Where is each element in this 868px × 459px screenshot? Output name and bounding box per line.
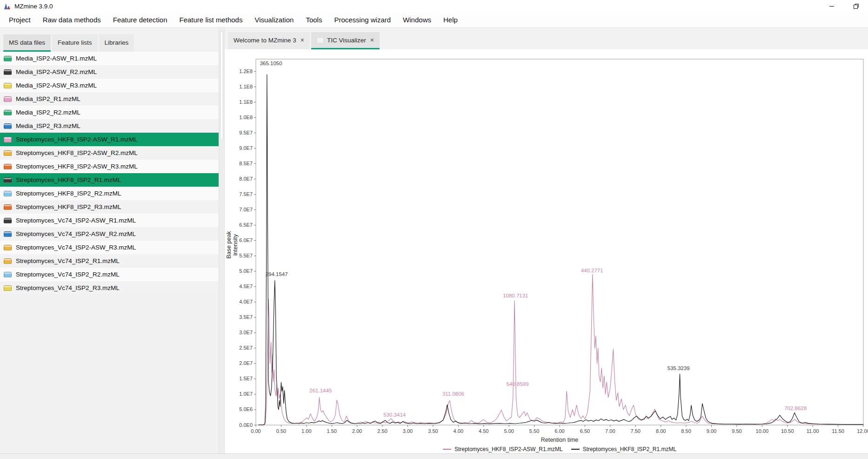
file-row[interactable]: Streptomyces_Vc74_ISP2_R3.mzML xyxy=(0,281,219,295)
file-row[interactable]: Media_ISP2-ASW_R1.mzML xyxy=(0,52,219,65)
file-name: Media_ISP2-ASW_R3.mzML xyxy=(16,82,97,89)
y-tick-label: 1.0E7 xyxy=(239,391,253,397)
tab-libraries[interactable]: Libraries xyxy=(99,34,134,52)
y-tick-label: 6.5E7 xyxy=(239,222,253,228)
y-tick-label: 1.2E8 xyxy=(239,68,253,74)
x-tick-label: 1.50 xyxy=(327,428,337,434)
y-tick-label: 5.5E7 xyxy=(239,253,253,258)
close-icon[interactable]: × xyxy=(300,37,304,43)
x-tick-label: 10.50 xyxy=(781,428,794,434)
peak-label: 294.1547 xyxy=(266,271,288,277)
raw-file-icon xyxy=(4,150,12,156)
restore-button[interactable] xyxy=(844,0,868,12)
y-tick-label: 2.5E7 xyxy=(239,345,253,351)
file-name: Media_ISP2-ASW_R2.mzML xyxy=(16,68,97,75)
left-tab-strip: MS data filesFeature listsLibraries xyxy=(0,27,219,52)
menu-item-help[interactable]: Help xyxy=(437,12,464,27)
file-name: Media_ISP2_R1.mzML xyxy=(16,95,80,102)
y-tick-label: 2.0E7 xyxy=(239,360,253,366)
file-row[interactable]: Streptomyces_Vc74_ISP2_R1.mzML xyxy=(0,254,219,268)
legend-label: Streptomyces_HKF8_ISP2-ASW_R1.mzML xyxy=(454,446,563,452)
y-axis-title: Base peak intensity xyxy=(226,222,239,268)
chart-icon xyxy=(317,37,324,43)
x-tick-label: 7.50 xyxy=(631,428,641,434)
chart-plot-area[interactable]: 0.000.501.001.502.002.503.003.504.004.50… xyxy=(225,49,868,453)
panel-splitter[interactable] xyxy=(219,27,225,453)
raw-file-icon xyxy=(4,56,12,61)
file-name: Streptomyces_HKF8_ISP2-ASW_R2.mzML xyxy=(16,149,138,156)
peak-label: 365.1050 xyxy=(260,61,282,66)
x-tick-label: 6.50 xyxy=(580,428,590,434)
minimize-button[interactable] xyxy=(820,0,844,12)
scrollbar-thumb[interactable] xyxy=(220,31,223,141)
file-name: Streptomyces_Vc74_ISP2_R1.mzML xyxy=(16,257,120,264)
peak-label: 702.8628 xyxy=(784,405,807,411)
file-row[interactable]: Streptomyces_Vc74_ISP2-ASW_R2.mzML xyxy=(0,227,219,241)
x-tick-label: 3.00 xyxy=(403,428,413,434)
menu-item-feature-list-methods[interactable]: Feature list methods xyxy=(174,12,249,27)
file-name: Media_ISP2_R3.mzML xyxy=(16,122,80,129)
tab-ms-data-files[interactable]: MS data files xyxy=(3,34,51,52)
file-row[interactable]: Streptomyces_HKF8_ISP2-ASW_R1.mzML xyxy=(0,133,219,146)
raw-file-icon xyxy=(4,285,12,291)
x-tick-label: 0.50 xyxy=(276,428,286,434)
mzmine-logo-icon xyxy=(4,2,11,10)
file-name: Streptomyces_HKF8_ISP2-ASW_R3.mzML xyxy=(16,163,138,170)
file-row[interactable]: Streptomyces_Vc74_ISP2_R2.mzML xyxy=(0,268,219,281)
x-tick-label: 11.00 xyxy=(807,428,819,434)
raw-file-icon xyxy=(4,231,12,237)
peak-label: 530.3414 xyxy=(383,412,406,418)
raw-file-icon xyxy=(4,191,12,196)
y-tick-label: 0.0E0 xyxy=(239,422,253,428)
x-tick-label: 9.50 xyxy=(732,428,741,434)
window-title: MZmine 3.9.0 xyxy=(14,3,53,10)
file-row[interactable]: Media_ISP2-ASW_R2.mzML xyxy=(0,65,219,79)
status-bar xyxy=(0,453,868,459)
file-row[interactable]: Streptomyces_HKF8_ISP2_R2.mzML xyxy=(0,187,219,200)
tic-chart: 0.000.501.001.502.002.503.003.504.004.50… xyxy=(225,49,868,453)
tab-tic-visualizer[interactable]: TIC Visualizer× xyxy=(311,32,380,49)
x-tick-label: 3.50 xyxy=(428,428,438,434)
y-tick-label: 6.0E7 xyxy=(239,237,253,243)
y-tick-label: 5.0E7 xyxy=(239,268,253,274)
file-row[interactable]: Streptomyces_Vc74_ISP2-ASW_R3.mzML xyxy=(0,241,219,254)
y-tick-label: 1.5E7 xyxy=(239,376,253,381)
file-name: Streptomyces_HKF8_ISP2_R2.mzML xyxy=(16,190,121,197)
file-row[interactable]: Streptomyces_HKF8_ISP2_R1.mzML xyxy=(0,173,219,187)
x-tick-label: 8.00 xyxy=(656,428,666,434)
file-row[interactable]: Streptomyces_HKF8_ISP2-ASW_R2.mzML xyxy=(0,146,219,160)
file-name: Streptomyces_Vc74_ISP2-ASW_R2.mzML xyxy=(16,230,136,237)
x-tick-label: 2.00 xyxy=(352,428,362,434)
tab-welcome-to-mzmine-3[interactable]: Welcome to MZmine 3× xyxy=(228,32,310,49)
y-tick-label: 7.5E7 xyxy=(239,191,253,197)
title-bar: MZmine 3.9.0 xyxy=(0,0,868,12)
x-tick-label: 0.00 xyxy=(251,428,260,434)
menu-item-raw-data-methods[interactable]: Raw data methods xyxy=(37,12,107,27)
peak-label: 535.3239 xyxy=(668,365,690,371)
file-row[interactable]: Media_ISP2_R2.mzML xyxy=(0,106,219,119)
tab-feature-lists[interactable]: Feature lists xyxy=(52,34,98,52)
content-area: MS data filesFeature listsLibraries Medi… xyxy=(0,27,868,453)
file-row[interactable]: Media_ISP2-ASW_R3.mzML xyxy=(0,79,219,92)
file-row[interactable]: Streptomyces_HKF8_ISP2_R3.mzML xyxy=(0,200,219,214)
tab-label: Welcome to MZmine 3 xyxy=(234,37,296,44)
file-row[interactable]: Streptomyces_HKF8_ISP2-ASW_R3.mzML xyxy=(0,160,219,173)
menu-item-feature-detection[interactable]: Feature detection xyxy=(107,12,174,27)
file-name: Streptomyces_Vc74_ISP2_R3.mzML xyxy=(16,284,120,291)
menu-item-visualization[interactable]: Visualization xyxy=(248,12,300,27)
tic-chart-svg[interactable]: 0.000.501.001.502.002.503.003.504.004.50… xyxy=(225,49,868,452)
file-name: Media_ISP2_R2.mzML xyxy=(16,109,80,116)
x-tick-label: 1.00 xyxy=(301,428,311,434)
close-icon[interactable]: × xyxy=(370,37,374,43)
menu-item-processing-wizard[interactable]: Processing wizard xyxy=(328,12,397,27)
raw-file-icon xyxy=(4,258,12,264)
x-axis-title: Retention time xyxy=(256,437,863,443)
tab-label: TIC Visualizer xyxy=(327,37,366,44)
menu-item-windows[interactable]: Windows xyxy=(397,12,437,27)
file-row[interactable]: Media_ISP2_R1.mzML xyxy=(0,92,219,106)
file-row[interactable]: Media_ISP2_R3.mzML xyxy=(0,119,219,133)
file-name: Media_ISP2-ASW_R1.mzML xyxy=(16,55,97,62)
menu-item-project[interactable]: Project xyxy=(3,12,37,27)
menu-item-tools[interactable]: Tools xyxy=(300,12,328,27)
file-row[interactable]: Streptomyces_Vc74_ISP2-ASW_R1.mzML xyxy=(0,214,219,227)
